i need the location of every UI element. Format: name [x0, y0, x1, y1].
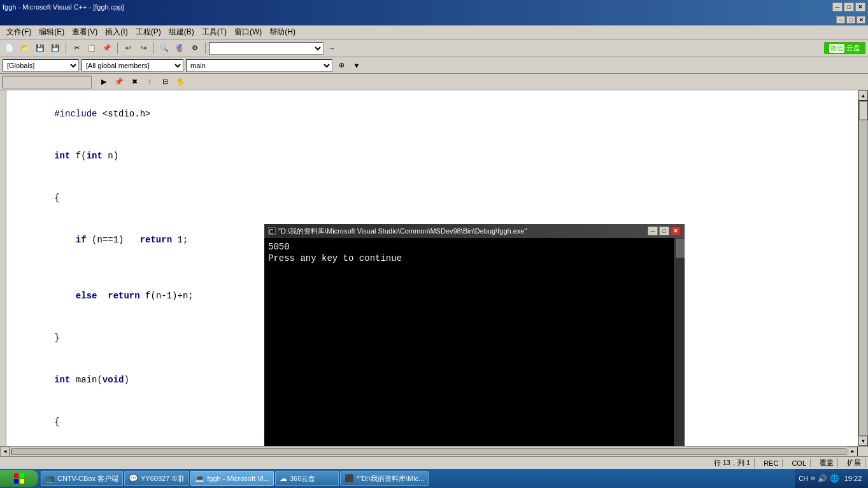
- jump-button[interactable]: ⊕: [335, 59, 348, 72]
- start-button[interactable]: [0, 470, 38, 487]
- status-ovr: 覆盖: [816, 458, 838, 468]
- scroll-up-button[interactable]: ▲: [858, 90, 868, 101]
- recursive-call: f(n-1)+n;: [140, 291, 194, 301]
- taskbar-yy[interactable]: 💬 YY60927 ①群: [124, 471, 189, 486]
- save-all-button[interactable]: 💾: [48, 41, 62, 55]
- yy-label: YY60927 ①群: [141, 474, 185, 484]
- scroll-right-button[interactable]: ►: [848, 447, 858, 457]
- console-max-button[interactable]: □: [659, 227, 669, 235]
- cpp-icon: 💻: [195, 474, 204, 483]
- cntv-icon: 📺: [45, 474, 55, 483]
- console-title-bar: C "D:\我的资料库\Microsoft Visual Studio\Comm…: [264, 224, 685, 238]
- compile-button[interactable]: ⚙: [188, 41, 202, 55]
- menu-file[interactable]: 文件(F): [3, 25, 35, 39]
- filter-button[interactable]: ▼: [350, 59, 363, 72]
- globals-combo[interactable]: [Globals]: [3, 59, 79, 72]
- menu-help[interactable]: 帮助(H): [266, 25, 299, 39]
- menu-insert[interactable]: 插入(I): [101, 25, 131, 39]
- console-label: *"D:\我的资料库\Mic...: [357, 474, 425, 484]
- console-title: C "D:\我的资料库\Microsoft Visual Studio\Comm…: [268, 227, 527, 236]
- taskbar-360[interactable]: ☁ 360云盘: [275, 471, 339, 486]
- svg-rect-0: [14, 473, 18, 478]
- cut-button[interactable]: ✂: [69, 41, 83, 55]
- code-line-2: int f(int n): [11, 135, 853, 177]
- undo-button[interactable]: ↩: [121, 41, 135, 55]
- main-toolbar: 📄 📂 💾 💾 ✂ 📋 📌 ↩ ↪ 🔍 🔮 ⚙ → 微信 云盘: [0, 39, 868, 57]
- redo-button[interactable]: ↪: [136, 41, 150, 55]
- window-controls: ─ □ ✕: [832, 3, 865, 11]
- console-close-button[interactable]: ✕: [671, 227, 681, 235]
- console-min-button[interactable]: ─: [648, 227, 658, 235]
- debug-run-button[interactable]: ▶: [97, 75, 111, 89]
- inner-max-button[interactable]: □: [846, 16, 855, 24]
- h-scroll-track[interactable]: [11, 449, 846, 455]
- func-f-decl: f(: [70, 151, 86, 161]
- horizontal-scrollbar[interactable]: ◄ ►: [0, 446, 868, 456]
- class-wizard-button[interactable]: 🔮: [173, 41, 187, 55]
- taskbar-cntv[interactable]: 📺 CNTV-CBox 客户端: [41, 471, 123, 486]
- menu-view[interactable]: 查看(V): [68, 25, 101, 39]
- copy-button[interactable]: 📋: [85, 41, 99, 55]
- void-keyword: void: [103, 375, 124, 385]
- param-n: n): [103, 151, 118, 161]
- taskbar-console[interactable]: ⬛ *"D:\我的资料库\Mic...: [340, 471, 429, 486]
- inner-close-button[interactable]: ✕: [857, 16, 865, 24]
- debug-remove-btn[interactable]: ✖: [127, 75, 141, 89]
- editor-scrollbar[interactable]: ▲ ▼: [858, 90, 868, 446]
- editor-region: #include <stdio.h> int f(int n) { if (n=…: [0, 90, 868, 446]
- code-line-1: #include <stdio.h>: [11, 93, 853, 135]
- int-keyword-main: int: [54, 375, 70, 385]
- debug-insert-btn[interactable]: 📌: [112, 75, 126, 89]
- search-go-button[interactable]: →: [325, 41, 339, 55]
- scroll-left-button[interactable]: ◄: [0, 447, 10, 457]
- network-icon[interactable]: 🌐: [830, 474, 839, 484]
- find-button[interactable]: 🔍: [157, 41, 171, 55]
- wechat-cloud-button[interactable]: 微信 云盘: [824, 42, 865, 54]
- taskbar-clock: 19:22: [842, 475, 864, 482]
- inner-min-button[interactable]: ─: [836, 16, 845, 24]
- menu-tools[interactable]: 工具(T): [198, 25, 231, 39]
- console-scrollbar[interactable]: [674, 238, 685, 446]
- minimize-button[interactable]: ─: [832, 3, 843, 11]
- console-window-controls: ─ □ ✕: [648, 227, 681, 235]
- taskbar-items: 📺 CNTV-CBox 客户端 💬 YY60927 ①群 💻 fggh - Mi…: [41, 471, 795, 486]
- menu-bar: 文件(F) 编辑(E) 查看(V) 插入(I) 工程(P) 组建(B) 工具(T…: [0, 25, 868, 39]
- scroll-down-button[interactable]: ▼: [858, 436, 868, 446]
- window-title: fggh - Microsoft Visual C++ - [fggh.cpp]: [3, 3, 124, 11]
- svg-rect-1: [20, 473, 24, 478]
- new-file-button[interactable]: 📄: [3, 41, 17, 55]
- menu-window[interactable]: 窗口(W): [231, 25, 266, 39]
- speaker-icon[interactable]: 🔊: [818, 474, 827, 484]
- wechat-icon: 微信: [829, 44, 844, 53]
- paste-button[interactable]: 📌: [100, 41, 114, 55]
- close-button[interactable]: ✕: [855, 3, 865, 11]
- open-button[interactable]: 📂: [18, 41, 32, 55]
- if-keyword: if: [76, 235, 87, 245]
- search-combo[interactable]: [209, 42, 324, 55]
- scroll-thumb[interactable]: [859, 101, 868, 120]
- keyboard-icon[interactable]: ⌨: [811, 474, 815, 484]
- sep3: [153, 43, 154, 54]
- else-return: [97, 291, 108, 301]
- debug-step-btn[interactable]: ⊟: [158, 75, 172, 89]
- main-close-paren: ): [124, 375, 129, 385]
- open-brace-1: {: [54, 193, 59, 203]
- scroll-track[interactable]: [858, 101, 868, 436]
- save-button[interactable]: 💾: [33, 41, 47, 55]
- include-keyword: #include: [54, 109, 97, 119]
- taskbar-fggh[interactable]: 💻 fggh - Microsoft Vi...: [190, 471, 274, 486]
- members-combo[interactable]: [All global members]: [82, 59, 183, 72]
- console-scroll-thumb[interactable]: [676, 239, 685, 258]
- wechat-label: 云盘: [846, 43, 860, 53]
- include-header: <stdio.h>: [97, 109, 150, 119]
- menu-project[interactable]: 工程(P): [132, 25, 165, 39]
- debug-error-btn[interactable]: !: [143, 75, 157, 89]
- debug-hand-btn[interactable]: ✋: [173, 75, 187, 89]
- title-bar: fggh - Microsoft Visual C++ - [fggh.cpp]…: [0, 0, 868, 14]
- function-combo[interactable]: main: [186, 59, 332, 72]
- svg-rect-2: [14, 479, 18, 484]
- menu-edit[interactable]: 编辑(E): [35, 25, 68, 39]
- ch-indicator: CH: [799, 475, 808, 482]
- menu-build[interactable]: 组建(B): [165, 25, 198, 39]
- maximize-button[interactable]: □: [844, 3, 854, 11]
